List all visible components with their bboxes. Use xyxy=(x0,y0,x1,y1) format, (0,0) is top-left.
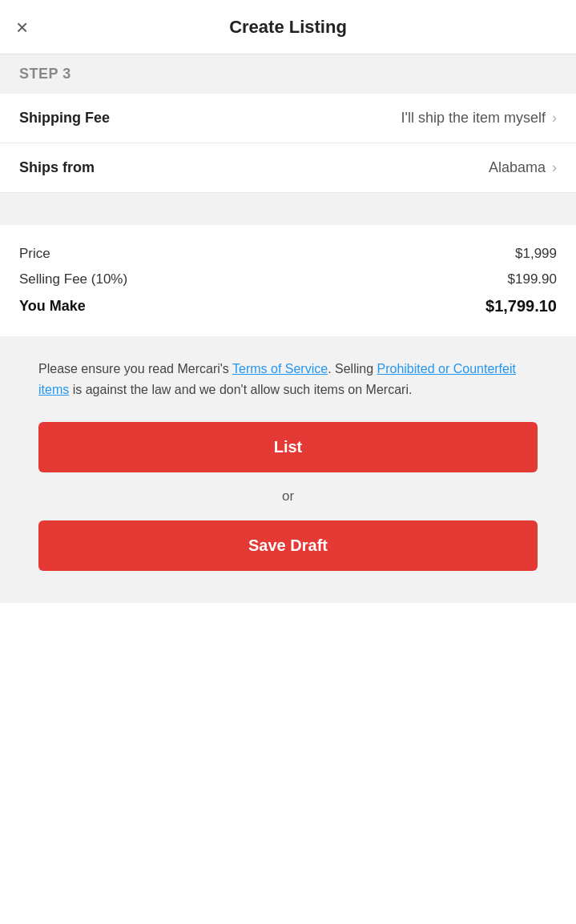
ships-from-value: Alabama xyxy=(489,159,546,176)
terms-text-after: is against the law and we don't allow su… xyxy=(69,383,412,396)
terms-text-before: Please ensure you read Mercari's xyxy=(38,362,232,376)
ships-from-label: Ships from xyxy=(19,159,95,176)
selling-fee-row: Selling Fee (10%) $199.90 xyxy=(19,267,557,292)
price-label: Price xyxy=(19,246,50,262)
bottom-section: Please ensure you read Mercari's Terms o… xyxy=(0,336,576,603)
form-section: Shipping Fee I'll ship the item myself ›… xyxy=(0,94,576,193)
you-make-value: $1,799.10 xyxy=(485,297,557,315)
shipping-fee-value: I'll ship the item myself xyxy=(401,110,546,127)
chevron-right-icon-2: › xyxy=(552,159,557,176)
or-divider: or xyxy=(38,488,538,504)
terms-of-service-link[interactable]: Terms of Service xyxy=(232,362,328,376)
you-make-row: You Make $1,799.10 xyxy=(19,292,557,320)
header: × Create Listing xyxy=(0,0,576,54)
ships-from-value-group: Alabama › xyxy=(489,159,557,176)
selling-fee-calc-value: $199.90 xyxy=(508,271,557,287)
shipping-fee-row[interactable]: Shipping Fee I'll ship the item myself › xyxy=(0,94,576,143)
you-make-label: You Make xyxy=(19,298,86,315)
list-button[interactable]: List xyxy=(38,422,538,472)
terms-text-middle: . Selling xyxy=(328,362,377,376)
price-value: $1,999 xyxy=(515,246,557,262)
section-spacer xyxy=(0,193,576,225)
shipping-fee-label: Shipping Fee xyxy=(19,110,110,127)
page-title: Create Listing xyxy=(229,17,347,38)
save-draft-button[interactable]: Save Draft xyxy=(38,520,538,571)
chevron-right-icon: › xyxy=(552,110,557,127)
selling-fee-calc-label: Selling Fee (10%) xyxy=(19,271,127,287)
shipping-fee-value-group: I'll ship the item myself › xyxy=(401,110,558,127)
close-icon[interactable]: × xyxy=(16,17,28,38)
step-section: STEP 3 xyxy=(0,54,576,94)
ships-from-row[interactable]: Ships from Alabama › xyxy=(0,143,576,193)
pricing-section: Price $1,999 Selling Fee (10%) $199.90 Y… xyxy=(0,225,576,336)
step-label: STEP 3 xyxy=(19,66,71,82)
price-row: Price $1,999 xyxy=(19,241,557,267)
terms-text: Please ensure you read Mercari's Terms o… xyxy=(38,359,538,400)
